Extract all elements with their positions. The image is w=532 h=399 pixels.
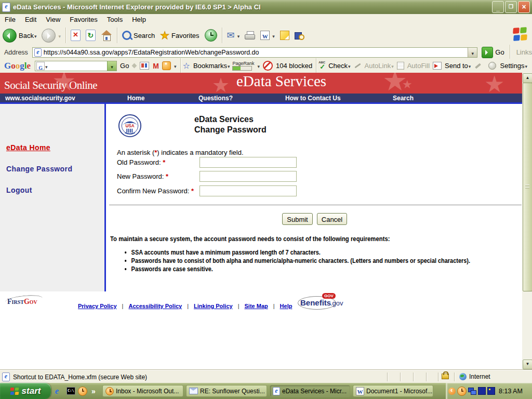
tray-app-icon-2[interactable] (487, 387, 495, 395)
research-button[interactable] (292, 26, 307, 44)
sidebar-item-change-password[interactable]: Change Password (6, 165, 72, 173)
scroll-up-button[interactable]: ▲ (523, 73, 532, 83)
print-button[interactable] (242, 26, 258, 44)
pagerank-dropdown[interactable] (257, 62, 260, 70)
google-toolbar: Google Go M ☆ Bookmarks PageRank 104 blo… (0, 59, 532, 73)
scroll-down-button[interactable]: ▼ (523, 360, 532, 369)
search-options-icon[interactable] (132, 63, 137, 69)
menu-edit[interactable]: Edit (20, 16, 41, 23)
google-go-button[interactable]: Go (120, 62, 129, 70)
google-tools-dropdown[interactable] (174, 62, 177, 70)
requirements-intro: To maintain a secure system, the account… (110, 235, 443, 243)
taskbar: start e Inbox - Microsoft Out... RE: Sun… (0, 383, 532, 399)
page-title-line2: Change Password (194, 125, 267, 135)
send-to-button[interactable]: Send to (445, 62, 471, 70)
quicklaunch-cmd[interactable] (66, 383, 75, 399)
footer-link-linking[interactable]: Linking Policy (194, 303, 233, 309)
stop-button[interactable] (68, 26, 83, 44)
links-label[interactable]: Links (516, 48, 532, 56)
settings-group[interactable]: Settings (488, 59, 529, 73)
history-button[interactable] (202, 26, 220, 44)
ssa-seal-icon: USA (118, 114, 142, 138)
toolbar-separator (222, 28, 222, 43)
quicklaunch-ie[interactable]: e (55, 383, 59, 399)
footer-link-privacy[interactable]: Privacy Policy (78, 303, 117, 309)
footer-link-help[interactable]: Help (280, 303, 292, 309)
nav-questions[interactable]: Questions? (198, 95, 233, 102)
menu-tools[interactable]: Tools (102, 16, 127, 23)
tray-network-icon[interactable] (468, 388, 476, 395)
messenger-button[interactable] (277, 26, 292, 44)
vertical-scrollbar[interactable]: ▲ ▼ (522, 73, 532, 370)
star-decoration (484, 73, 504, 94)
task-email[interactable]: RE: Sunflower Questi... (186, 385, 267, 397)
lock-icon (442, 374, 449, 379)
task-inbox[interactable]: Inbox - Microsoft Out... (102, 385, 183, 397)
autofill-button[interactable]: AutoFill (407, 62, 430, 70)
tray-clock-icon[interactable] (457, 387, 467, 396)
refresh-button[interactable] (83, 26, 98, 44)
address-dropdown-button[interactable] (468, 48, 477, 57)
footer-link-sitemap[interactable]: Site Map (244, 303, 268, 309)
address-url: https://s044a90.ssa.gov/apps7/EdataRegis… (44, 49, 466, 56)
favorites-button[interactable]: ★ Favorites (157, 26, 202, 44)
quicklaunch-overflow[interactable] (91, 383, 96, 399)
search-button[interactable]: Search (119, 26, 157, 44)
nav-search[interactable]: Search (393, 95, 414, 102)
menu-view[interactable]: View (41, 16, 65, 23)
address-input[interactable]: https://s044a90.ssa.gov/apps7/EdataRegis… (32, 47, 477, 58)
tray-app-icon[interactable] (478, 387, 486, 395)
google-search-input[interactable] (35, 61, 117, 71)
bookmarks-star-icon: ☆ (183, 62, 190, 70)
minimize-button[interactable]: _ (492, 1, 504, 13)
cmd-icon (66, 387, 75, 395)
submit-button[interactable]: Submit (282, 213, 313, 225)
news-icon[interactable] (140, 62, 149, 70)
requirement-item: SSA accounts must have a minimum passwor… (131, 248, 470, 257)
tray-collapse-icon[interactable] (448, 388, 456, 395)
go-icon[interactable] (482, 47, 493, 58)
restore-button[interactable]: ❐ (505, 1, 517, 13)
sidebar-item-logout[interactable]: Logout (6, 186, 32, 194)
star-decoration (402, 78, 413, 91)
edit-with-word-button[interactable] (258, 26, 277, 44)
nav-home[interactable]: Home (127, 95, 144, 102)
old-password-input[interactable] (200, 157, 297, 168)
confirm-password-input[interactable] (200, 185, 297, 196)
menu-favorites[interactable]: Favorites (65, 16, 102, 23)
task-word-document[interactable]: Document1 - Microsof... (353, 385, 433, 397)
google-tools-icon[interactable] (162, 61, 171, 70)
mail-button[interactable]: ✉ (224, 26, 243, 44)
google-separator (316, 58, 316, 74)
new-password-input[interactable] (200, 171, 297, 182)
benefits-gov-logo[interactable]: GOV Benefits .gov (299, 295, 346, 310)
close-button[interactable]: × (518, 1, 530, 13)
edit-dropdown (272, 32, 275, 39)
windows-logo-icon (513, 26, 528, 43)
google-search-dropdown-button[interactable] (107, 61, 116, 71)
nav-contact[interactable]: How to Contact Us (285, 95, 341, 102)
address-label: Address (0, 49, 32, 56)
back-button[interactable]: Back (0, 26, 39, 44)
requirement-item: Passwords are case sensitive. (131, 265, 470, 273)
quicklaunch-outlook[interactable] (78, 383, 87, 399)
firstgov-logo[interactable]: FirstGov (7, 298, 37, 306)
settings-button[interactable]: Settings (500, 62, 527, 70)
scroll-thumb[interactable] (523, 83, 532, 291)
check-button[interactable]: Check (328, 62, 350, 70)
home-button[interactable] (98, 26, 115, 44)
go-label[interactable]: Go (495, 48, 504, 56)
footer-link-accessibility[interactable]: Accessibility Policy (128, 303, 182, 309)
menu-help[interactable]: Help (127, 16, 151, 23)
forward-button[interactable] (39, 26, 63, 44)
gmail-icon[interactable]: M (153, 62, 159, 70)
menu-file[interactable]: File (0, 16, 20, 23)
autolink-button[interactable]: AutoLink (365, 62, 394, 70)
pagerank-widget[interactable]: PageRank (232, 61, 254, 71)
sidebar-item-edata-home[interactable]: eData Home (6, 143, 50, 152)
bookmarks-button[interactable]: Bookmarks (193, 62, 230, 70)
blocked-count[interactable]: 104 blocked (276, 62, 312, 70)
start-button[interactable]: start (0, 383, 51, 399)
cancel-button[interactable]: Cancel (317, 213, 347, 225)
task-edata-services[interactable]: eData Services - Micr... (270, 385, 350, 397)
